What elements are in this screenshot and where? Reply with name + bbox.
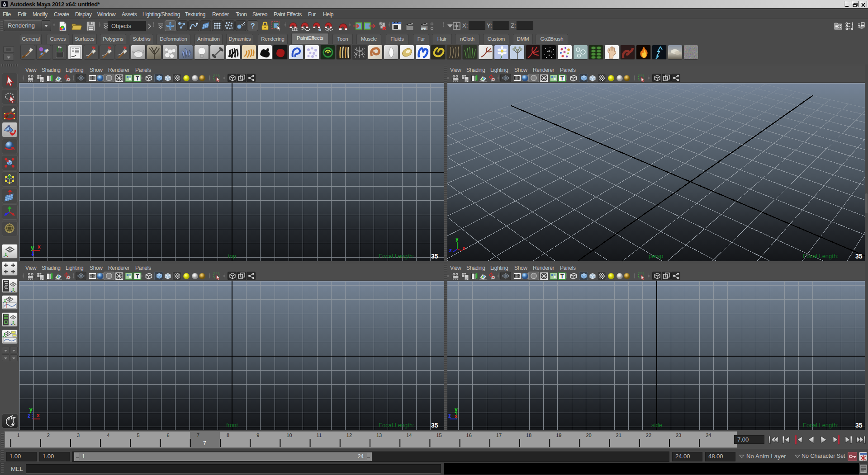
svg-text:x: x xyxy=(37,412,40,419)
svg-text:IPR: IPR xyxy=(421,27,427,30)
svg-text:16: 16 xyxy=(466,433,472,438)
svg-text:front: front xyxy=(226,422,238,428)
svg-text:13: 13 xyxy=(376,433,382,438)
svg-text:T: T xyxy=(136,75,139,82)
svg-text:18: 18 xyxy=(526,433,531,438)
svg-text:x: x xyxy=(462,245,465,251)
svg-text:9: 9 xyxy=(256,433,259,438)
svg-text:20: 20 xyxy=(586,433,591,438)
svg-text:35: 35 xyxy=(431,253,438,260)
svg-text:T: T xyxy=(136,273,139,280)
svg-text:8: 8 xyxy=(227,433,229,438)
svg-text:21: 21 xyxy=(616,433,621,438)
svg-text:y: y xyxy=(31,245,34,251)
svg-text:12: 12 xyxy=(346,433,352,438)
svg-text:14: 14 xyxy=(406,433,412,438)
svg-text:z: z xyxy=(28,413,30,419)
svg-text:35: 35 xyxy=(431,422,438,429)
svg-text:3: 3 xyxy=(77,433,80,438)
svg-text:7: 7 xyxy=(197,433,199,438)
svg-text:7: 7 xyxy=(203,440,206,447)
svg-text:22: 22 xyxy=(646,433,651,438)
svg-text:11: 11 xyxy=(317,433,322,438)
svg-text:T: T xyxy=(560,75,564,82)
svg-text:side: side xyxy=(651,422,662,428)
svg-text:z: z xyxy=(449,247,452,254)
svg-text:17: 17 xyxy=(496,433,502,438)
svg-text:35: 35 xyxy=(855,253,863,260)
svg-text:y: y xyxy=(29,406,33,413)
svg-text:?: ? xyxy=(251,22,255,30)
svg-text:24: 24 xyxy=(706,433,711,438)
svg-text:1: 1 xyxy=(17,433,20,438)
svg-text:35: 35 xyxy=(855,422,863,429)
svg-text:top: top xyxy=(228,253,236,259)
svg-text:y: y xyxy=(455,406,458,413)
svg-text:Focal Length:: Focal Length: xyxy=(803,422,839,428)
svg-text:Focal Length:: Focal Length: xyxy=(379,253,414,259)
svg-text:persp: persp xyxy=(649,253,664,259)
svg-text:23: 23 xyxy=(676,433,681,438)
svg-text:T: T xyxy=(560,273,564,280)
svg-text:z: z xyxy=(448,413,451,419)
svg-text:5: 5 xyxy=(137,433,139,438)
svg-text:15: 15 xyxy=(436,433,441,438)
svg-text:Focal Length:: Focal Length: xyxy=(379,422,414,428)
svg-text:x: x xyxy=(38,244,41,250)
svg-text:19: 19 xyxy=(556,433,561,438)
svg-text:4: 4 xyxy=(107,433,109,438)
svg-text:10: 10 xyxy=(286,433,292,438)
svg-text:6: 6 xyxy=(167,433,170,438)
svg-text:Focal Length:: Focal Length: xyxy=(803,253,839,259)
svg-text:x: x xyxy=(455,413,458,419)
svg-text:y: y xyxy=(455,236,459,242)
svg-text:2: 2 xyxy=(47,433,50,438)
